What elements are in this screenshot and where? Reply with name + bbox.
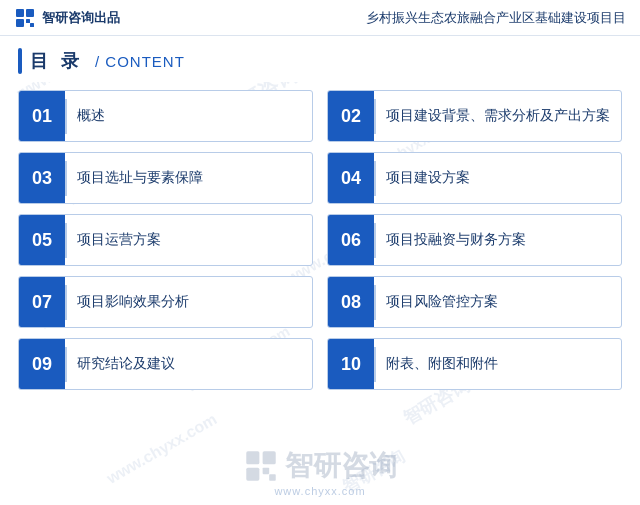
grid-item-07: 07项目影响效果分析 xyxy=(18,276,313,328)
svg-rect-0 xyxy=(16,9,24,17)
grid-item-06: 06项目投融资与财务方案 xyxy=(327,214,622,266)
svg-rect-5 xyxy=(246,451,259,464)
grid-item-03: 03项目选址与要素保障 xyxy=(18,152,313,204)
svg-rect-7 xyxy=(246,468,259,481)
item-label-08: 项目风险管控方案 xyxy=(386,293,622,311)
svg-rect-6 xyxy=(263,451,276,464)
item-divider-07 xyxy=(65,285,67,320)
item-divider-05 xyxy=(65,223,67,258)
item-label-01: 概述 xyxy=(77,107,313,125)
grid-item-01: 01概述 xyxy=(18,90,313,142)
header: 智研咨询出品 乡村振兴生态农旅融合产业区基础建设项目目 xyxy=(0,0,640,36)
grid-item-05: 05项目运营方案 xyxy=(18,214,313,266)
svg-rect-1 xyxy=(26,9,34,17)
item-number-02: 02 xyxy=(328,91,374,141)
item-label-02: 项目建设背景、需求分析及产出方案 xyxy=(386,107,622,125)
grid-item-08: 08项目风险管控方案 xyxy=(327,276,622,328)
title-bar: 目 录 / CONTENT xyxy=(18,48,622,74)
brand-name: 智研咨询出品 xyxy=(42,9,120,27)
grid-item-10: 10附表、附图和附件 xyxy=(327,338,622,390)
page-header-title: 乡村振兴生态农旅融合产业区基础建设项目目 xyxy=(366,9,626,27)
item-number-03: 03 xyxy=(19,153,65,203)
item-number-09: 09 xyxy=(19,339,65,389)
logo-icon xyxy=(14,7,36,29)
item-label-03: 项目选址与要素保障 xyxy=(77,169,313,187)
item-label-07: 项目影响效果分析 xyxy=(77,293,313,311)
svg-rect-3 xyxy=(26,19,30,23)
item-divider-10 xyxy=(374,347,376,382)
item-divider-08 xyxy=(374,285,376,320)
item-label-04: 项目建设方案 xyxy=(386,169,622,187)
item-label-06: 项目投融资与财务方案 xyxy=(386,231,622,249)
item-number-07: 07 xyxy=(19,277,65,327)
item-label-05: 项目运营方案 xyxy=(77,231,313,249)
svg-rect-9 xyxy=(269,474,276,481)
item-number-05: 05 xyxy=(19,215,65,265)
title-chinese: 目 录 xyxy=(30,49,83,73)
item-divider-01 xyxy=(65,99,67,134)
item-number-10: 10 xyxy=(328,339,374,389)
item-divider-03 xyxy=(65,161,67,196)
item-divider-06 xyxy=(374,223,376,258)
grid-item-09: 09研究结论及建议 xyxy=(18,338,313,390)
footer-url: www.chyxx.com xyxy=(274,485,365,497)
item-divider-02 xyxy=(374,99,376,134)
svg-rect-2 xyxy=(16,19,24,27)
footer-logo: 智研咨询 xyxy=(243,447,397,485)
header-logo: 智研咨询出品 xyxy=(14,7,120,29)
title-section: 目 录 / CONTENT xyxy=(0,36,640,82)
svg-rect-4 xyxy=(30,23,34,27)
item-number-01: 01 xyxy=(19,91,65,141)
svg-rect-8 xyxy=(263,468,270,475)
item-divider-04 xyxy=(374,161,376,196)
item-divider-09 xyxy=(65,347,67,382)
footer-brand: 智研咨询 xyxy=(285,447,397,485)
grid-item-04: 04项目建设方案 xyxy=(327,152,622,204)
content-grid: 01概述02项目建设背景、需求分析及产出方案03项目选址与要素保障04项目建设方… xyxy=(0,82,640,400)
item-number-06: 06 xyxy=(328,215,374,265)
title-accent-bar xyxy=(18,48,22,74)
grid-item-02: 02项目建设背景、需求分析及产出方案 xyxy=(327,90,622,142)
footer: 智研咨询 www.chyxx.com xyxy=(243,447,397,497)
item-label-09: 研究结论及建议 xyxy=(77,355,313,373)
title-english: / CONTENT xyxy=(95,53,185,70)
item-number-04: 04 xyxy=(328,153,374,203)
item-number-08: 08 xyxy=(328,277,374,327)
item-label-10: 附表、附图和附件 xyxy=(386,355,622,373)
